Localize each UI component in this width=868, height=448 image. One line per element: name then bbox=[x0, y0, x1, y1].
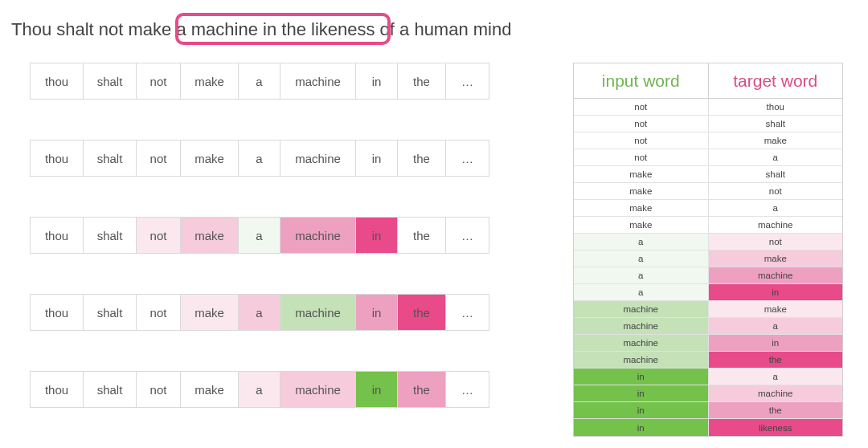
target-word-cell: the bbox=[709, 402, 843, 419]
word-cell: make bbox=[180, 294, 238, 331]
target-word-cell: make bbox=[709, 301, 843, 318]
input-word-cell: a bbox=[574, 234, 709, 250]
input-word-cell: not bbox=[574, 132, 709, 149]
sentence-text: Thou shalt not make a machine in the lik… bbox=[11, 19, 511, 40]
word-cell: shalt bbox=[83, 63, 136, 100]
target-word-cell: likeness bbox=[709, 419, 843, 436]
target-word-cell: a bbox=[709, 318, 843, 335]
input-word-cell: machine bbox=[574, 318, 709, 335]
target-word-cell: machine bbox=[709, 267, 843, 284]
target-word-cell: a bbox=[709, 200, 843, 217]
table-row: makemachine bbox=[574, 217, 842, 234]
word-cell: a bbox=[238, 371, 280, 408]
word-cell: the bbox=[397, 371, 445, 408]
word-cell: a bbox=[238, 217, 280, 254]
word-cell: machine bbox=[280, 294, 355, 331]
word-cell: not bbox=[136, 371, 180, 408]
input-word-cell: make bbox=[574, 217, 709, 234]
word-row: thoushaltnotmakeamachineinthe… bbox=[30, 140, 520, 177]
word-cell: thou bbox=[30, 63, 83, 100]
target-word-cell: make bbox=[709, 250, 843, 267]
word-cell: not bbox=[136, 140, 180, 177]
word-cell: thou bbox=[30, 371, 83, 408]
input-word-cell: machine bbox=[574, 335, 709, 352]
table-row: makea bbox=[574, 200, 842, 217]
table-row: inmachine bbox=[574, 385, 842, 402]
target-word-cell: machine bbox=[709, 385, 843, 402]
table-row: makenot bbox=[574, 183, 842, 200]
word-cell: not bbox=[136, 63, 180, 100]
word-cell: thou bbox=[30, 294, 83, 331]
table-row: amake bbox=[574, 250, 842, 267]
word-cell: … bbox=[445, 217, 489, 254]
table-row: inlikeness bbox=[574, 419, 842, 436]
target-word-cell: in bbox=[709, 284, 843, 301]
pairs-table-header: input word target word bbox=[574, 63, 842, 99]
word-cell: a bbox=[238, 63, 280, 100]
word-cell: make bbox=[180, 63, 238, 100]
word-row: thoushaltnotmakeamachineinthe… bbox=[30, 217, 520, 254]
input-word-cell: a bbox=[574, 284, 709, 301]
target-word-cell: not bbox=[709, 234, 843, 250]
header-input-word: input word bbox=[574, 63, 709, 99]
table-row: anot bbox=[574, 234, 842, 250]
input-word-cell: not bbox=[574, 99, 709, 116]
word-row: thoushaltnotmakeamachineinthe… bbox=[30, 371, 520, 408]
table-row: amachine bbox=[574, 267, 842, 284]
input-word-cell: make bbox=[574, 166, 709, 183]
table-row: inthe bbox=[574, 402, 842, 419]
target-word-cell: machine bbox=[709, 217, 843, 234]
word-cell: in bbox=[355, 63, 397, 100]
word-cell: in bbox=[355, 217, 397, 254]
word-cell: shalt bbox=[83, 217, 136, 254]
table-row: nota bbox=[574, 149, 842, 166]
input-word-cell: not bbox=[574, 149, 709, 166]
word-cell: the bbox=[397, 63, 445, 100]
table-row: machinea bbox=[574, 318, 842, 335]
target-word-cell: the bbox=[709, 352, 843, 369]
word-row: thoushaltnotmakeamachineinthe… bbox=[30, 294, 520, 331]
word-cell: the bbox=[397, 217, 445, 254]
target-word-cell: make bbox=[709, 132, 843, 149]
word-cell: make bbox=[180, 371, 238, 408]
word-cell: … bbox=[445, 294, 489, 331]
word-cell: machine bbox=[280, 140, 355, 177]
target-word-cell: not bbox=[709, 183, 843, 200]
sliding-window-rows: thoushaltnotmakeamachineinthe…thoushaltn… bbox=[30, 63, 520, 448]
word-cell: in bbox=[355, 140, 397, 177]
input-word-cell: a bbox=[574, 267, 709, 284]
table-row: machinemake bbox=[574, 301, 842, 318]
word-row: thoushaltnotmakeamachineinthe… bbox=[30, 63, 520, 100]
table-row: machinethe bbox=[574, 352, 842, 369]
word-cell: shalt bbox=[83, 140, 136, 177]
word-cell: shalt bbox=[83, 294, 136, 331]
word-cell: thou bbox=[30, 140, 83, 177]
word-cell: machine bbox=[280, 63, 355, 100]
word-cell: a bbox=[238, 140, 280, 177]
word-cell: make bbox=[180, 140, 238, 177]
word-cell: in bbox=[355, 371, 397, 408]
word-cell: not bbox=[136, 294, 180, 331]
input-word-cell: not bbox=[574, 116, 709, 132]
table-row: ain bbox=[574, 284, 842, 301]
target-word-cell: in bbox=[709, 335, 843, 352]
input-word-cell: in bbox=[574, 402, 709, 419]
target-word-cell: a bbox=[709, 369, 843, 385]
input-word-cell: machine bbox=[574, 301, 709, 318]
word-cell: a bbox=[238, 294, 280, 331]
target-word-cell: shalt bbox=[709, 116, 843, 132]
input-word-cell: in bbox=[574, 419, 709, 436]
word-cell: make bbox=[180, 217, 238, 254]
input-word-cell: in bbox=[574, 369, 709, 385]
header-target-word: target word bbox=[709, 63, 843, 99]
word-cell: … bbox=[445, 140, 489, 177]
input-word-cell: make bbox=[574, 183, 709, 200]
word-cell: in bbox=[355, 294, 397, 331]
word-cell: machine bbox=[280, 217, 355, 254]
word-cell: thou bbox=[30, 217, 83, 254]
target-word-cell: thou bbox=[709, 99, 843, 116]
word-cell: the bbox=[397, 140, 445, 177]
input-word-cell: make bbox=[574, 200, 709, 217]
table-row: makeshalt bbox=[574, 166, 842, 183]
table-row: ina bbox=[574, 369, 842, 385]
